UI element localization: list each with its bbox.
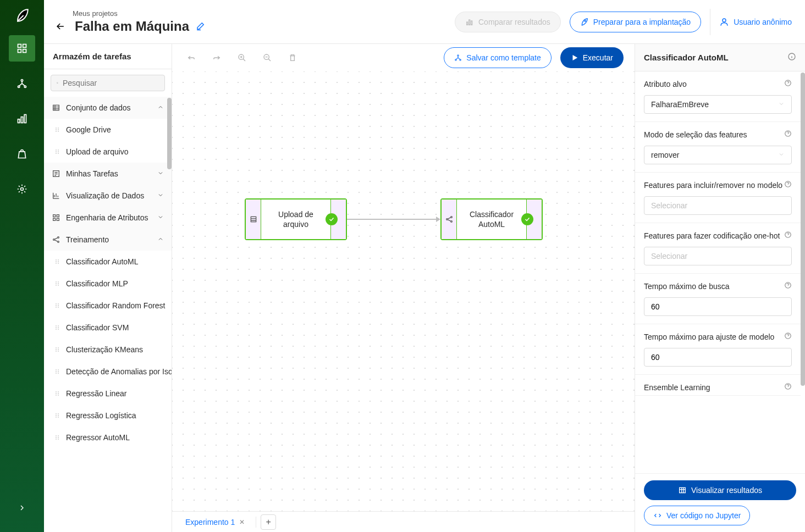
leaf-label: Classificador SVM xyxy=(66,323,129,332)
svg-point-48 xyxy=(56,285,57,286)
svg-rect-9 xyxy=(24,115,26,123)
zoom-out-button[interactable] xyxy=(259,49,275,66)
svg-point-56 xyxy=(56,326,57,326)
svg-rect-31 xyxy=(53,215,56,217)
compare-results-label: Comparar resultados xyxy=(478,18,550,26)
sidebar-scrollbar[interactable] xyxy=(167,97,172,532)
svg-point-53 xyxy=(58,306,59,306)
node-status-success xyxy=(326,213,338,225)
svg-rect-7 xyxy=(18,119,20,123)
svg-point-35 xyxy=(53,239,55,241)
redo-button[interactable] xyxy=(208,49,225,66)
target-select[interactable]: FalharaEmBreve xyxy=(644,95,792,114)
svg-point-94 xyxy=(457,55,459,56)
execute-button[interactable]: Executar xyxy=(560,47,624,68)
feature-icon xyxy=(52,213,60,222)
nav-dashboard[interactable] xyxy=(9,35,35,62)
leaf-google-drive[interactable]: Google Drive xyxy=(44,119,172,141)
svg-point-45 xyxy=(58,282,59,282)
view-results-button[interactable]: Visualizar resultados xyxy=(644,480,796,500)
help-icon[interactable] xyxy=(784,79,792,88)
panel-info-button[interactable] xyxy=(787,52,796,63)
featmode-select[interactable]: remover xyxy=(644,146,792,164)
back-button[interactable] xyxy=(53,19,68,34)
fittime-input[interactable] xyxy=(644,348,792,367)
svg-rect-12 xyxy=(469,20,470,25)
node-automl-classifier[interactable]: Classificador AutoML xyxy=(440,198,543,240)
help-icon[interactable] xyxy=(784,332,792,341)
nav-flow[interactable] xyxy=(9,70,35,97)
nav-store[interactable] xyxy=(9,141,35,167)
nav-chart[interactable] xyxy=(9,106,35,132)
svg-point-50 xyxy=(56,304,57,304)
delete-button[interactable] xyxy=(284,49,301,66)
category-dataset[interactable]: Conjunto de dados xyxy=(44,97,172,119)
svg-point-80 xyxy=(56,414,57,414)
category-training[interactable]: Treinamento xyxy=(44,229,172,251)
search-input-wrap[interactable] xyxy=(51,75,165,91)
leaf-kmeans[interactable]: Clusterização KMeans xyxy=(44,339,172,361)
help-icon[interactable] xyxy=(784,383,792,392)
onehot-select[interactable]: Selecionar xyxy=(644,247,792,265)
leaf-logistic-regression[interactable]: Regressão Logística xyxy=(44,404,172,426)
edge-arrowhead xyxy=(436,217,440,222)
flow-edge[interactable] xyxy=(347,219,437,220)
leaf-upload[interactable]: Upload de arquivo xyxy=(44,141,172,163)
undo-button[interactable] xyxy=(183,49,200,66)
add-tab-button[interactable]: + xyxy=(261,514,276,530)
leaf-anomaly-isolation[interactable]: Detecção de Anomalias por Isolation Fore… xyxy=(44,361,172,383)
breadcrumb[interactable]: Meus projetos xyxy=(73,9,118,18)
node-input-handle[interactable] xyxy=(442,199,457,239)
zoom-in-button[interactable] xyxy=(234,49,250,66)
field-featinclude-label: Features para incluir/remover no modelo xyxy=(644,181,782,190)
node-upload-file[interactable]: Upload de arquivo xyxy=(245,198,347,240)
svg-point-20 xyxy=(56,130,57,130)
share-icon xyxy=(445,215,454,224)
leaf-rf-classifier[interactable]: Classificador Random Forest xyxy=(44,295,172,317)
svg-point-16 xyxy=(57,82,58,84)
svg-point-15 xyxy=(723,19,726,22)
nav-settings[interactable] xyxy=(9,176,35,202)
svg-rect-2 xyxy=(18,49,21,53)
nav-expand[interactable] xyxy=(9,495,35,521)
prepare-deploy-button[interactable]: Preparar para a implantação xyxy=(570,12,701,32)
help-icon[interactable] xyxy=(784,231,792,240)
brand-logo xyxy=(11,4,33,26)
help-icon[interactable] xyxy=(784,180,792,190)
user-menu[interactable]: Usuario anônimo xyxy=(719,17,792,27)
save-template-label: Salvar como template xyxy=(466,53,541,62)
leaf-automl-classifier[interactable]: Classificador AutoML xyxy=(44,251,172,273)
tab-close-button[interactable]: ✕ xyxy=(239,518,245,526)
tab-experiment-1[interactable]: Experimento 1 ✕ xyxy=(179,514,251,530)
leaf-automl-regressor[interactable]: Regressor AutoML xyxy=(44,426,172,448)
execute-label: Executar xyxy=(583,53,613,62)
chevron-up-icon xyxy=(157,235,164,244)
category-feateng[interactable]: Engenharia de Atributos xyxy=(44,207,172,229)
panel-scrollbar[interactable] xyxy=(801,71,805,473)
leaf-linear-regression[interactable]: Regressão Linear xyxy=(44,383,172,404)
svg-rect-33 xyxy=(53,218,56,220)
edit-title-button[interactable] xyxy=(196,21,206,32)
search-input[interactable] xyxy=(63,79,159,87)
leaf-mlp-classifier[interactable]: Classificador MLP xyxy=(44,273,172,295)
svg-point-82 xyxy=(56,415,57,416)
svg-point-19 xyxy=(58,128,59,129)
select-placeholder: Selecionar xyxy=(651,201,687,210)
searchtime-input[interactable] xyxy=(644,297,792,316)
view-jupyter-button[interactable]: Ver código no Jupyter xyxy=(644,506,750,525)
category-viz[interactable]: Visualização de Dados xyxy=(44,185,172,207)
category-mytasks[interactable]: Minhas Tarefas xyxy=(44,163,172,185)
search-icon xyxy=(57,79,58,87)
svg-point-81 xyxy=(58,414,59,414)
svg-point-40 xyxy=(56,262,57,262)
node-input-handle[interactable] xyxy=(246,199,261,239)
help-icon[interactable] xyxy=(784,281,792,291)
help-icon[interactable] xyxy=(784,130,792,139)
save-template-button[interactable]: Salvar como template xyxy=(444,47,551,68)
chevron-down-icon xyxy=(778,100,785,109)
properties-panel: Classificador AutoML Atributo alvo Falha… xyxy=(635,44,805,532)
featinclude-select[interactable]: Selecionar xyxy=(644,196,792,215)
svg-point-77 xyxy=(58,394,59,394)
leaf-svm-classifier[interactable]: Classificador SVM xyxy=(44,317,172,339)
flow-canvas[interactable]: Upload de arquivo Classificador AutoML xyxy=(172,71,635,511)
